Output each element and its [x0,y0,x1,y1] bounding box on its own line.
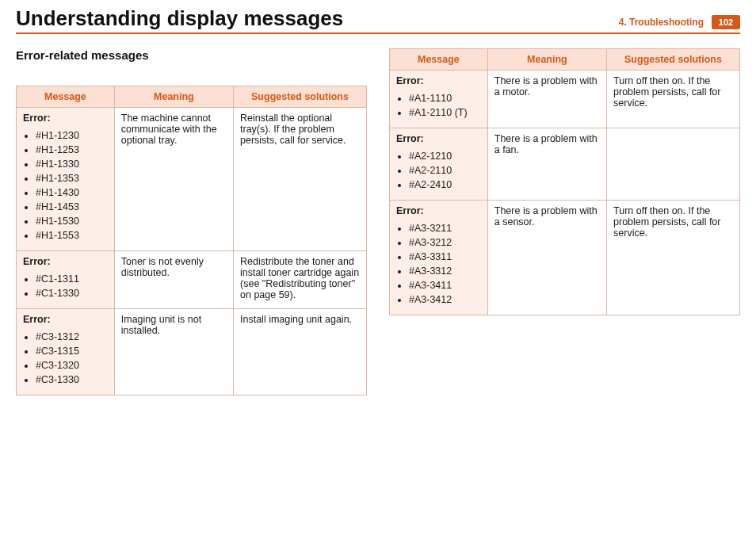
error-code: #A1-2110 (T) [409,105,481,120]
error-code: #A3-3412 [409,292,481,307]
meaning-cell: There is a problem with a fan. [487,128,606,201]
error-code: #A3-3312 [409,264,481,278]
solution-cell: Reinstall the optional tray(s). If the p… [234,108,367,251]
error-table-right: Message Meaning Suggested solutions Erro… [389,48,740,315]
table-row: Error: #A1-1110 #A1-2110 (T) There is a … [390,71,740,128]
error-code: #C3-1330 [36,373,108,387]
error-code: #A3-3212 [409,235,481,250]
breadcrumb: 4. Troubleshooting 102 [619,15,740,29]
solution-cell: Install imaging unit again. [234,309,367,396]
error-code: #H1-1530 [36,214,108,228]
message-cell: Error: #C3-1312 #C3-1315 #C3-1320 #C3-13… [17,309,115,396]
page-header: Understanding display messages 4. Troubl… [16,6,740,34]
col-header-message: Message [390,49,488,71]
right-column: Message Meaning Suggested solutions Erro… [389,48,740,396]
col-header-solutions: Suggested solutions [234,86,367,108]
error-code: #A3-3411 [409,278,481,292]
meaning-cell: There is a problem with a sensor. [487,201,606,315]
error-code: #H1-1230 [36,128,108,143]
error-code: #C3-1312 [36,330,108,344]
message-cell: Error: #A2-1210 #A2-2110 #A2-2410 [390,128,488,201]
solution-cell: Turn off then on. If the problem persist… [607,201,740,315]
meaning-cell: Toner is not evenly distributed. [114,251,233,309]
error-code: #H1-1553 [36,228,108,243]
meaning-cell: There is a problem with a motor. [487,71,606,128]
error-code: #A3-3211 [409,221,481,235]
error-code: #A3-3311 [409,250,481,264]
col-header-meaning: Meaning [487,49,606,71]
error-code: #C1-1330 [36,286,108,300]
error-label: Error: [396,133,481,144]
page-number-badge: 102 [712,15,740,29]
error-code: #A2-1210 [409,149,481,163]
error-code: #H1-1453 [36,200,108,214]
solution-cell: Turn off then on. If the problem persist… [607,71,740,128]
error-table-left: Message Meaning Suggested solutions Erro… [16,86,367,396]
error-label: Error: [23,314,108,325]
error-code: #C3-1320 [36,358,108,373]
col-header-solutions: Suggested solutions [607,49,740,71]
table-row: Error: #C3-1312 #C3-1315 #C3-1320 #C3-13… [17,309,367,396]
error-code: #C3-1315 [36,344,108,358]
error-code: #H1-1253 [36,143,108,157]
solution-cell [607,128,740,201]
error-code: #A1-1110 [409,91,481,105]
page-title: Understanding display messages [16,6,343,31]
error-code: #A2-2110 [409,163,481,178]
error-code: #H1-1353 [36,171,108,185]
breadcrumb-label: 4. Troubleshooting [619,17,704,28]
col-header-meaning: Meaning [114,86,233,108]
message-cell: Error: #H1-1230 #H1-1253 #H1-1330 #H1-13… [17,108,115,251]
table-row: Error: #C1-1311 #C1-1330 Toner is not ev… [17,251,367,309]
section-heading: Error-related messages [16,48,367,62]
error-label: Error: [396,205,481,216]
error-label: Error: [23,113,108,124]
error-label: Error: [396,75,481,86]
table-row: Error: #H1-1230 #H1-1253 #H1-1330 #H1-13… [17,108,367,251]
error-code: #C1-1311 [36,272,108,286]
error-code: #H1-1330 [36,157,108,171]
solution-cell: Redistribute the toner and install toner… [234,251,367,309]
col-header-message: Message [17,86,115,108]
meaning-cell: The machine cannot communicate with the … [114,108,233,251]
table-row: Error: #A2-1210 #A2-2110 #A2-2410 There … [390,128,740,201]
message-cell: Error: #A1-1110 #A1-2110 (T) [390,71,488,128]
error-code: #H1-1430 [36,185,108,200]
meaning-cell: Imaging unit is not installed. [114,309,233,396]
message-cell: Error: #A3-3211 #A3-3212 #A3-3311 #A3-33… [390,201,488,315]
left-column: Error-related messages Message Meaning S… [16,48,367,396]
error-label: Error: [23,256,108,267]
error-code: #A2-2410 [409,178,481,192]
table-row: Error: #A3-3211 #A3-3212 #A3-3311 #A3-33… [390,201,740,315]
message-cell: Error: #C1-1311 #C1-1330 [17,251,115,309]
